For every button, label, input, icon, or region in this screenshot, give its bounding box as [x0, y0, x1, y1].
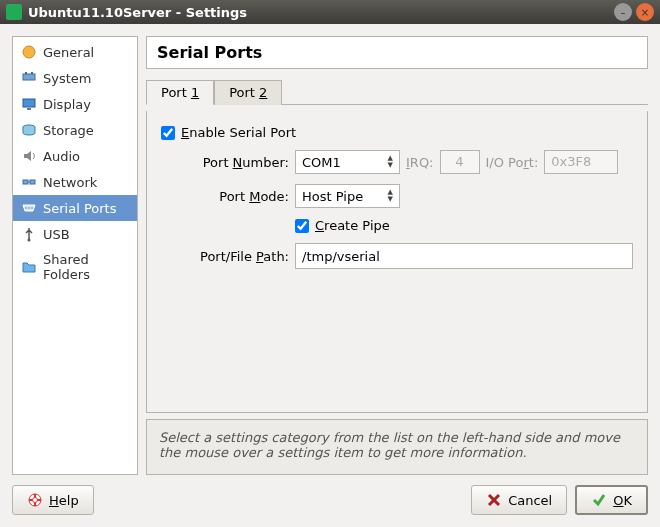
sidebar-item-audio[interactable]: Audio — [13, 143, 137, 169]
svg-point-11 — [28, 207, 30, 209]
folder-icon — [21, 259, 37, 275]
help-button[interactable]: Help — [12, 485, 94, 515]
sidebar-item-serial-ports[interactable]: Serial Ports — [13, 195, 137, 221]
ok-button[interactable]: OK — [575, 485, 648, 515]
sidebar-item-label: General — [43, 45, 94, 60]
port-number-value: COM1 — [302, 155, 341, 170]
svg-rect-7 — [23, 180, 28, 184]
port-mode-dropdown[interactable]: Host Pipe ▲▼ — [295, 184, 400, 208]
port-mode-value: Host Pipe — [302, 189, 363, 204]
hint-box: Select a settings category from the list… — [146, 419, 648, 475]
hint-text: Select a settings category from the list… — [159, 430, 620, 460]
cancel-button[interactable]: Cancel — [471, 485, 567, 515]
enable-serial-port-checkbox[interactable] — [161, 126, 175, 140]
sidebar-item-network[interactable]: Network — [13, 169, 137, 195]
svg-rect-1 — [23, 74, 35, 80]
enable-serial-port-label: Enable Serial Port — [181, 125, 296, 140]
titlebar: Ubuntu11.10Server - Settings – × — [0, 0, 660, 24]
sidebar-item-label: Display — [43, 97, 91, 112]
sidebar-item-label: Storage — [43, 123, 94, 138]
general-icon — [21, 44, 37, 60]
audio-icon — [21, 148, 37, 164]
ioport-label: I/O Port: — [486, 155, 539, 170]
tab-port-1[interactable]: Port 1 — [146, 80, 214, 105]
svg-point-0 — [23, 46, 35, 58]
port-mode-label: Port Mode: — [179, 189, 289, 204]
svg-rect-5 — [27, 108, 31, 110]
sidebar-item-usb[interactable]: USB — [13, 221, 137, 247]
ioport-field: 0x3F8 — [544, 150, 618, 174]
svg-point-10 — [25, 207, 27, 209]
display-icon — [21, 96, 37, 112]
sidebar-item-shared-folders[interactable]: Shared Folders — [13, 247, 137, 287]
sidebar-item-label: Audio — [43, 149, 80, 164]
sidebar-item-label: Shared Folders — [43, 252, 129, 282]
sidebar: General System Display Storage Audio Net… — [12, 36, 138, 475]
spin-icon: ▲▼ — [388, 155, 393, 169]
network-icon — [21, 174, 37, 190]
tab-bar: Port 1 Port 2 — [146, 79, 648, 105]
svg-rect-3 — [31, 72, 33, 74]
svg-rect-4 — [23, 99, 35, 107]
sidebar-item-label: System — [43, 71, 91, 86]
footer: Help Cancel OK — [12, 485, 648, 515]
irq-field: 4 — [440, 150, 480, 174]
sidebar-item-display[interactable]: Display — [13, 91, 137, 117]
irq-label: IRQ: — [406, 155, 434, 170]
sidebar-item-storage[interactable]: Storage — [13, 117, 137, 143]
svg-rect-2 — [25, 72, 27, 74]
storage-icon — [21, 122, 37, 138]
spin-icon: ▲▼ — [388, 189, 393, 203]
create-pipe-label: Create Pipe — [315, 218, 390, 233]
sidebar-item-label: Network — [43, 175, 97, 190]
sidebar-item-general[interactable]: General — [13, 39, 137, 65]
svg-rect-8 — [30, 180, 35, 184]
svg-point-12 — [31, 207, 33, 209]
svg-point-15 — [33, 498, 38, 503]
minimize-button[interactable]: – — [614, 3, 632, 21]
panel-heading-box: Serial Ports — [146, 36, 648, 69]
create-pipe-checkbox[interactable] — [295, 219, 309, 233]
cancel-icon — [486, 492, 502, 508]
sidebar-item-label: Serial Ports — [43, 201, 116, 216]
help-icon — [27, 492, 43, 508]
panel-heading: Serial Ports — [157, 43, 637, 62]
app-icon — [6, 4, 22, 20]
sidebar-item-label: USB — [43, 227, 70, 242]
svg-point-13 — [28, 239, 31, 242]
path-input[interactable] — [295, 243, 633, 269]
tab-panel: Enable Serial Port Port Number: COM1 ▲▼ … — [146, 111, 648, 413]
serial-icon — [21, 200, 37, 216]
port-number-label: Port Number: — [179, 155, 289, 170]
ok-icon — [591, 492, 607, 508]
port-number-dropdown[interactable]: COM1 ▲▼ — [295, 150, 400, 174]
tab-port-2[interactable]: Port 2 — [214, 80, 282, 105]
close-button[interactable]: × — [636, 3, 654, 21]
sidebar-item-system[interactable]: System — [13, 65, 137, 91]
window-title: Ubuntu11.10Server - Settings — [28, 5, 610, 20]
system-icon — [21, 70, 37, 86]
path-label: Port/File Path: — [179, 249, 289, 264]
usb-icon — [21, 226, 37, 242]
